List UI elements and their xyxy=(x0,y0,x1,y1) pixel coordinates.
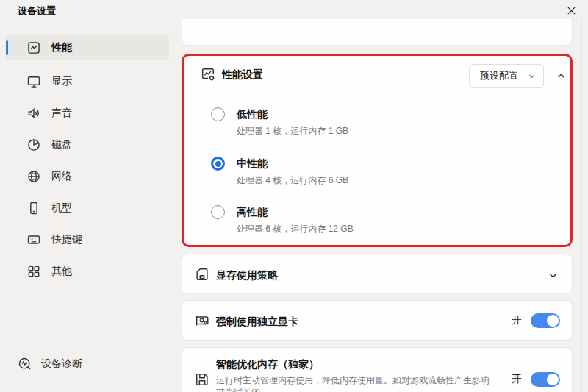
vram-card-icon xyxy=(194,266,210,282)
radio-option-desc: 处理器 6 核，运行内存 12 GB xyxy=(237,223,354,235)
radio-option-label[interactable]: 高性能 xyxy=(237,206,268,219)
expand-section-button[interactable] xyxy=(544,266,562,284)
card-performance-settings: 性能设置 预设配置 低性能 处理器 1 核，运行内存 1 GB 中性能 处理器 … xyxy=(182,54,573,247)
radio-medium-performance[interactable] xyxy=(211,157,225,171)
card-title: 智能优化内存（独家） xyxy=(216,358,319,371)
preset-config-dropdown[interactable]: 预设配置 xyxy=(469,64,544,88)
radio-option-desc: 处理器 4 核，运行内存 6 GB xyxy=(237,174,348,187)
card-description: 运行时主动管理内存使用，降低内存使用量。如对游戏流畅性产生影响可尝试关闭。 xyxy=(216,374,497,392)
radio-high-performance[interactable] xyxy=(211,205,225,219)
memory-toggle-group: 开 xyxy=(512,372,560,387)
radio-option-label[interactable]: 低性能 xyxy=(237,108,268,121)
performance-gear-icon xyxy=(200,66,216,82)
disk-pie-icon xyxy=(26,138,41,152)
network-globe-icon xyxy=(26,169,41,184)
window-title: 设备设置 xyxy=(18,4,56,18)
sidebar-item-label: 磁盘 xyxy=(51,138,72,152)
sidebar-item-display[interactable]: 显示 xyxy=(6,69,169,94)
titlebar: 设备设置 xyxy=(0,0,588,19)
card-force-discrete-gpu: 强制使用独立显卡 开 xyxy=(182,300,573,341)
sidebar-item-label: 网络 xyxy=(51,170,72,183)
sidebar-item-label: 声音 xyxy=(51,107,72,120)
sidebar-item-audio[interactable]: 声音 xyxy=(6,101,169,126)
radio-option-label[interactable]: 中性能 xyxy=(237,157,268,171)
sidebar-item-label: 设备诊断 xyxy=(41,357,82,371)
diagnostics-pulse-icon xyxy=(18,357,32,371)
performance-chart-icon xyxy=(26,40,41,55)
close-icon xyxy=(567,6,576,15)
settings-scroll-area[interactable]: 卡顿为正常现象。 性能设置 预设配置 低性能 处理器 1 核，运行内存 1 GB xyxy=(182,19,573,392)
preset-config-label: 预设配置 xyxy=(480,69,518,82)
display-icon xyxy=(26,74,41,89)
scrollbar-track[interactable] xyxy=(581,19,582,392)
sidebar-item-performance[interactable]: 性能 xyxy=(6,35,169,60)
memory-toggle-switch[interactable] xyxy=(531,372,560,387)
gpu-toggle-group: 开 xyxy=(512,313,560,328)
gpu-toggle-switch[interactable] xyxy=(531,313,560,328)
sidebar-item-label: 性能 xyxy=(51,41,72,54)
toggle-knob xyxy=(547,374,559,385)
sidebar-item-label: 快捷键 xyxy=(51,233,82,246)
card-title: 显存使用策略 xyxy=(216,269,278,282)
toggle-knob xyxy=(547,315,559,327)
memory-floppy-icon xyxy=(194,371,210,388)
card-partial-top: 卡顿为正常现象。 xyxy=(182,19,573,46)
toggle-state-label: 开 xyxy=(512,314,522,327)
close-button[interactable] xyxy=(562,1,581,19)
radio-option-desc: 处理器 1 核，运行内存 1 GB xyxy=(237,125,348,138)
sidebar-item-label: 其他 xyxy=(51,265,72,278)
card-title: 强制使用独立显卡 xyxy=(216,316,298,329)
gpu-card-icon xyxy=(194,313,210,329)
hotkeys-keyboard-icon xyxy=(26,232,41,247)
audio-icon xyxy=(26,106,41,121)
card-vram-strategy[interactable]: 显存使用策略 xyxy=(182,254,573,294)
chevron-up-icon xyxy=(556,71,566,81)
others-grid-icon xyxy=(26,264,41,279)
sidebar-item-disk[interactable]: 磁盘 xyxy=(6,132,169,157)
chevron-down-icon xyxy=(528,72,536,80)
device-model-icon xyxy=(26,201,41,215)
sidebar-item-label: 机型 xyxy=(51,202,72,215)
sidebar-item-network[interactable]: 网络 xyxy=(6,164,169,189)
sidebar-item-diagnostics[interactable]: 设备诊断 xyxy=(6,352,169,377)
collapse-section-button[interactable] xyxy=(552,67,570,85)
chevron-down-icon xyxy=(548,271,558,280)
sidebar-item-device-model[interactable]: 机型 xyxy=(6,196,169,221)
radio-low-performance[interactable] xyxy=(211,107,225,121)
sidebar-item-others[interactable]: 其他 xyxy=(6,259,169,284)
active-indicator xyxy=(6,40,8,55)
card-smart-memory: 智能优化内存（独家） 运行时主动管理内存使用，降低内存使用量。如对游戏流畅性产生… xyxy=(182,347,573,392)
sidebar-item-hotkeys[interactable]: 快捷键 xyxy=(6,227,169,252)
toggle-state-label: 开 xyxy=(512,373,522,386)
sidebar-item-label: 显示 xyxy=(51,75,72,88)
card-title: 性能设置 xyxy=(222,68,263,82)
